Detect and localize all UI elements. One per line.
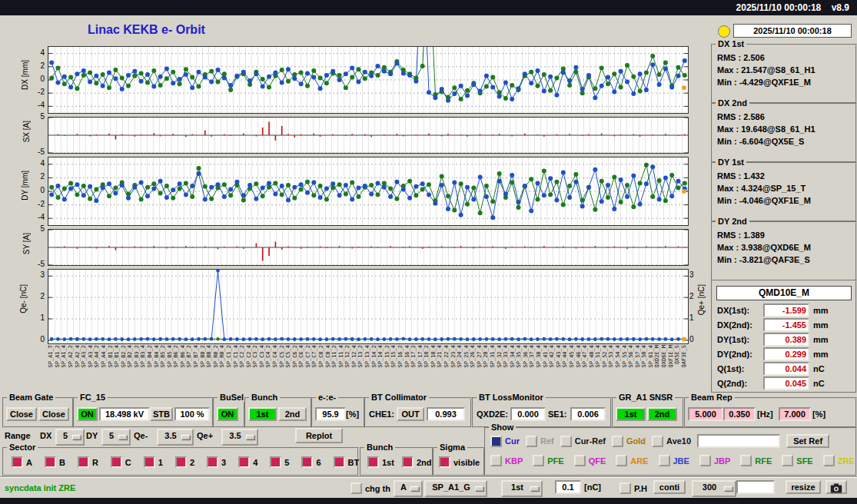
fc15-percent-value[interactable]: 100 % bbox=[174, 407, 210, 421]
sector-checkbox[interactable] bbox=[270, 456, 281, 468]
show-option-item[interactable]: Gold bbox=[612, 436, 646, 447]
show-checkbox[interactable] bbox=[560, 436, 572, 447]
qxd2e-value[interactable]: 0.000 bbox=[510, 407, 546, 421]
chg-th-checkbox[interactable] bbox=[350, 482, 362, 494]
show-checkbox[interactable] bbox=[526, 436, 537, 447]
snsr-1st-button[interactable]: 1st bbox=[616, 407, 646, 421]
interval-dropdown[interactable]: 300 bbox=[692, 480, 736, 497]
show-option-item[interactable]: Ave10 bbox=[652, 436, 691, 447]
region-option-item[interactable]: PFE bbox=[533, 455, 563, 466]
sector-checkbox[interactable] bbox=[334, 456, 345, 468]
ref-name-input[interactable] bbox=[697, 434, 780, 448]
region-checkbox[interactable] bbox=[533, 455, 544, 466]
sector-checkbox[interactable] bbox=[144, 456, 155, 468]
region-option-item[interactable]: RFE bbox=[740, 455, 772, 466]
fc15-kv-value[interactable]: 18.498 kV bbox=[99, 407, 150, 421]
beam-gate-close-2-button[interactable]: Close bbox=[38, 407, 69, 421]
beam-rep-value-1[interactable]: 5.000 bbox=[688, 407, 723, 421]
region-option-item[interactable]: JBE bbox=[659, 455, 689, 466]
sector-checkbox-item[interactable]: B bbox=[45, 456, 65, 468]
x-axis-bpm-label: SP_12_4 bbox=[351, 345, 357, 368]
chg-th-item[interactable]: chg th bbox=[350, 482, 390, 494]
busel-on-button[interactable]: ON bbox=[217, 407, 238, 421]
beam-rep-value-3[interactable]: 7.000 bbox=[779, 407, 811, 421]
sector-checkbox[interactable] bbox=[78, 456, 89, 468]
bunch-checkbox-item[interactable]: 1st bbox=[367, 456, 394, 468]
fc15-on-button[interactable]: ON bbox=[77, 407, 98, 421]
range-dx-dropdown[interactable]: 5 bbox=[55, 429, 85, 446]
sector-dropdown[interactable]: A bbox=[394, 480, 423, 497]
sector-checkbox-item[interactable]: 5 bbox=[270, 456, 289, 468]
bunch-1st-button[interactable]: 1st bbox=[248, 407, 277, 421]
sector-checkbox-item[interactable]: R bbox=[78, 456, 98, 468]
se1-value[interactable]: 0.006 bbox=[570, 407, 606, 421]
region-checkbox[interactable] bbox=[616, 455, 627, 466]
region-checkbox[interactable] bbox=[740, 455, 752, 466]
x-axis-bpm-label: SP_25_4 bbox=[463, 345, 470, 368]
bunch-checkbox[interactable] bbox=[367, 456, 379, 468]
region-checkbox[interactable] bbox=[823, 455, 835, 466]
show-checkbox[interactable] bbox=[652, 436, 663, 447]
bunch-checkbox-item[interactable]: 2nd bbox=[402, 456, 432, 468]
resize-button[interactable]: resize bbox=[786, 480, 821, 494]
screenshot-button[interactable] bbox=[825, 480, 847, 494]
region-checkbox[interactable] bbox=[574, 455, 586, 466]
show-checkbox[interactable] bbox=[612, 436, 623, 447]
che1-out-button[interactable]: OUT bbox=[397, 407, 424, 421]
region-option-item[interactable]: JBP bbox=[699, 455, 730, 466]
stat-rms: RMS : 1.389 bbox=[713, 229, 855, 241]
beam-rep-value-2[interactable]: 0.350 bbox=[723, 407, 756, 421]
bunch-checkbox[interactable] bbox=[402, 456, 414, 468]
sector-checkbox[interactable] bbox=[175, 456, 187, 468]
range-dy-dropdown[interactable]: 5 bbox=[101, 429, 131, 446]
region-checkbox[interactable] bbox=[699, 455, 711, 466]
ph-checkbox[interactable] bbox=[619, 482, 631, 494]
show-option-item[interactable]: Cur-Ref bbox=[560, 436, 606, 447]
sector-checkbox-item[interactable]: 2 bbox=[175, 456, 194, 468]
show-option-item[interactable]: Cur bbox=[490, 436, 520, 447]
range-qep-dropdown[interactable]: 3.5 bbox=[221, 429, 258, 446]
sigma-checkbox[interactable] bbox=[439, 456, 450, 468]
sigma-checkbox-item[interactable]: visible bbox=[439, 456, 480, 468]
fc15-stb-button[interactable]: STB bbox=[150, 407, 173, 421]
region-option-item[interactable]: KBP bbox=[490, 455, 523, 466]
range-qem-dropdown[interactable]: 3.5 bbox=[157, 429, 194, 446]
show-title: Show bbox=[489, 423, 516, 432]
sector-checkbox-item[interactable]: 1 bbox=[144, 456, 163, 468]
sector-checkbox[interactable] bbox=[301, 456, 313, 468]
snsr-2nd-button[interactable]: 2nd bbox=[647, 407, 677, 421]
device-dropdown[interactable]: SP_A1_G bbox=[424, 480, 487, 497]
sector-checkbox[interactable] bbox=[12, 456, 23, 468]
show-checkbox[interactable] bbox=[490, 436, 502, 447]
ph-item[interactable]: P.H bbox=[619, 482, 647, 494]
region-option-label: KBP bbox=[505, 456, 523, 466]
sector-checkbox-item[interactable]: C bbox=[111, 456, 131, 468]
che1-value[interactable]: 0.993 bbox=[427, 407, 465, 421]
sector-checkbox[interactable] bbox=[238, 456, 250, 468]
region-checkbox[interactable] bbox=[490, 455, 502, 466]
threshold-value[interactable]: 0.1 bbox=[555, 480, 581, 494]
spare-entry[interactable] bbox=[736, 480, 775, 494]
replot-button[interactable]: Replot bbox=[295, 428, 343, 443]
show-option-item[interactable]: Ref bbox=[526, 436, 554, 447]
beam-gate-close-1-button[interactable]: Close bbox=[6, 407, 37, 421]
bunch-2nd-button[interactable]: 2nd bbox=[278, 407, 307, 421]
set-ref-button[interactable]: Set Ref bbox=[786, 434, 829, 448]
sector-checkbox[interactable] bbox=[207, 456, 218, 468]
conti-button[interactable]: conti bbox=[653, 480, 686, 494]
bunch-dropdown[interactable]: 1st bbox=[501, 480, 543, 497]
region-option-item[interactable]: SFE bbox=[782, 455, 812, 466]
ee-ratio-value[interactable]: 95.9 bbox=[315, 407, 346, 421]
sector-checkbox-item[interactable]: 3 bbox=[207, 456, 226, 468]
region-option-item[interactable]: QFE bbox=[574, 455, 606, 466]
sector-checkbox[interactable] bbox=[45, 456, 56, 468]
region-option-item[interactable]: ZRE bbox=[823, 455, 855, 466]
sector-checkbox-item[interactable]: 4 bbox=[238, 456, 257, 468]
sector-checkbox-item[interactable]: BT bbox=[334, 456, 360, 468]
sector-checkbox-item[interactable]: A bbox=[12, 456, 32, 468]
sector-checkbox-item[interactable]: 6 bbox=[301, 456, 321, 468]
region-checkbox[interactable] bbox=[782, 455, 793, 466]
region-checkbox[interactable] bbox=[659, 455, 670, 466]
region-option-item[interactable]: ARE bbox=[616, 455, 648, 466]
sector-checkbox[interactable] bbox=[111, 456, 122, 468]
